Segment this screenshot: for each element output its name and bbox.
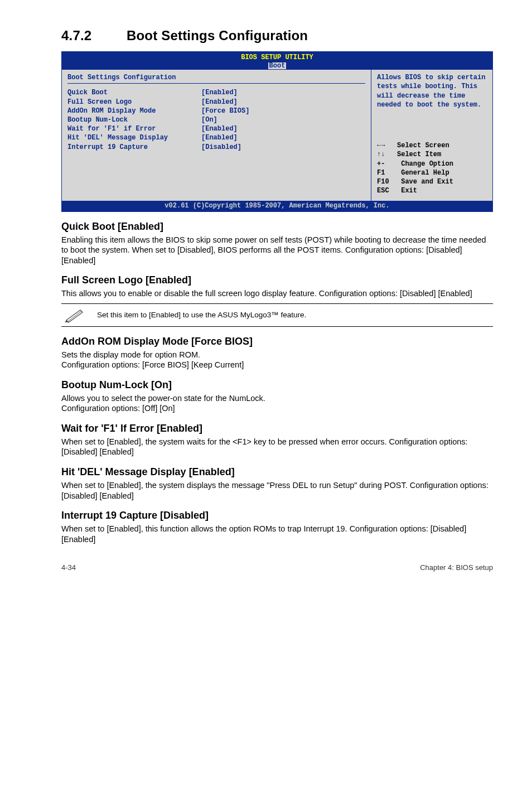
note-box: Set this item to [Enabled] to use the AS… — [61, 303, 493, 327]
body-interrupt-19: When set to [Enabled], this function all… — [61, 524, 493, 544]
bios-header-title: BIOS SETUP UTILITY — [62, 53, 492, 62]
bios-setting-row: Bootup Num-Lock [On] — [67, 115, 365, 124]
page-footer: 4-34 Chapter 4: BIOS setup — [61, 563, 493, 572]
bios-setting-label: Wait for 'F1' if Error — [67, 124, 201, 133]
bios-setting-label: Quick Boot — [67, 88, 201, 97]
bios-screenshot: BIOS SETUP UTILITY Boot Boot Settings Co… — [61, 51, 493, 212]
bios-setting-value: [Enabled] — [201, 98, 365, 107]
body-addon-rom: Sets the display mode for option ROM. Co… — [61, 350, 493, 370]
heading-addon-rom: AddOn ROM Display Mode [Force BIOS] — [61, 336, 493, 347]
page-number: 4-34 — [61, 563, 76, 572]
heading-wait-f1: Wait for 'F1' If Error [Enabled] — [61, 423, 493, 434]
heading-hit-del: Hit 'DEL' Message Display [Enabled] — [61, 466, 493, 478]
heading-interrupt-19: Interrupt 19 Capture [Disabled] — [61, 510, 493, 521]
bios-setting-row: Quick Boot [Enabled] — [67, 88, 365, 97]
chapter-label: Chapter 4: BIOS setup — [420, 563, 493, 572]
note-text: Set this item to [Enabled] to use the AS… — [97, 311, 306, 319]
bios-right-panel: Allows BIOS to skip certain tests while … — [371, 70, 492, 201]
body-full-screen-logo: This allows you to enable or disable the… — [61, 288, 493, 299]
heading-quick-boot: Quick Boot [Enabled] — [61, 221, 493, 233]
section-heading: 4.7.2 Boot Settings Configuration — [61, 28, 493, 44]
bios-key-row: ←→ Select Screen — [377, 141, 487, 150]
pencil-icon — [61, 307, 87, 323]
bios-left-panel: Boot Settings Configuration Quick Boot [… — [62, 70, 371, 201]
bios-setting-label: Hit 'DEL' Message Display — [67, 133, 201, 142]
bios-setting-value: [On] — [201, 115, 365, 124]
bios-setting-label: Full Screen Logo — [67, 98, 201, 107]
bios-panel-title: Boot Settings Configuration — [67, 73, 365, 82]
bios-header: BIOS SETUP UTILITY Boot — [62, 52, 492, 70]
body-quick-boot: Enabling this item allows the BIOS to sk… — [61, 235, 493, 266]
bios-setting-row: Hit 'DEL' Message Display [Enabled] — [67, 133, 365, 142]
bios-panel-rule — [67, 83, 365, 84]
section-title-text: Boot Settings Configuration — [127, 28, 308, 43]
bios-setting-value: [Enabled] — [201, 124, 365, 133]
bios-key-row: ESC Exit — [377, 186, 487, 195]
body-bootup-numlock: Allows you to select the power-on state … — [61, 393, 493, 414]
bios-setting-row: Full Screen Logo [Enabled] — [67, 98, 365, 107]
heading-bootup-numlock: Bootup Num-Lock [On] — [61, 379, 493, 391]
bios-help-text: Allows BIOS to skip certain tests while … — [371, 70, 492, 137]
bios-setting-label: AddOn ROM Display Mode — [67, 107, 201, 115]
bios-key-row: F10 Save and Exit — [377, 177, 487, 186]
bios-setting-value: [Disabled] — [201, 143, 365, 152]
bios-key-row: F1 General Help — [377, 168, 487, 177]
body-wait-f1: When set to [Enabled], the system waits … — [61, 437, 493, 457]
bios-setting-value: [Force BIOS] — [201, 107, 365, 115]
bios-setting-row: AddOn ROM Display Mode [Force BIOS] — [67, 107, 365, 115]
bios-setting-row: Interrupt 19 Capture [Disabled] — [67, 143, 365, 152]
bios-setting-value: [Enabled] — [201, 88, 365, 97]
bios-key-legend: ←→ Select Screen ↑↓ Select Item +- Chang… — [371, 137, 492, 201]
body-hit-del: When set to [Enabled], the system displa… — [61, 480, 493, 501]
bios-setting-value: [Enabled] — [201, 133, 365, 142]
bios-setting-label: Bootup Num-Lock — [67, 115, 201, 124]
bios-setting-row: Wait for 'F1' if Error [Enabled] — [67, 124, 365, 133]
bios-tab-boot: Boot — [268, 62, 287, 69]
bios-footer: v02.61 (C)Copyright 1985-2007, American … — [62, 201, 492, 211]
svg-line-1 — [68, 311, 81, 321]
bios-setting-label: Interrupt 19 Capture — [67, 143, 201, 152]
bios-key-row: ↑↓ Select Item — [377, 150, 487, 159]
bios-key-row: +- Change Option — [377, 160, 487, 168]
heading-full-screen-logo: Full Screen Logo [Enabled] — [61, 274, 493, 286]
section-number: 4.7.2 — [61, 28, 123, 44]
